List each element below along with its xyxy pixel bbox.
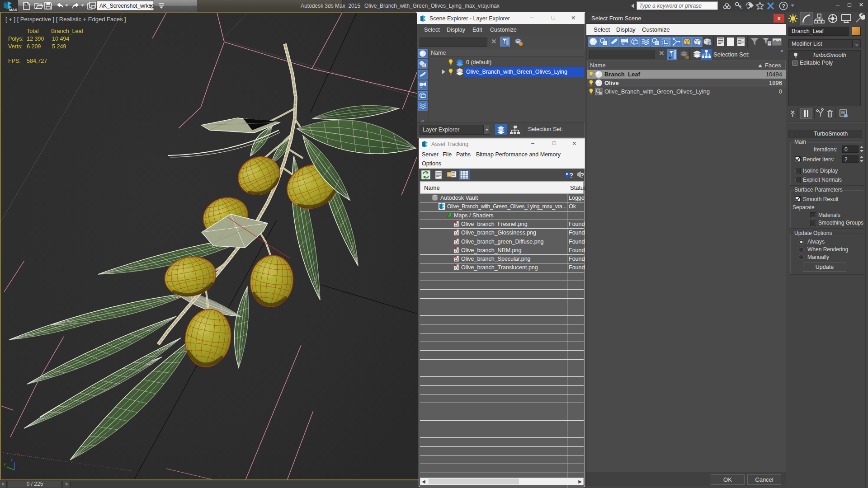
- svg-text:MAX: MAX: [9, 8, 17, 12]
- svg-text:z: z: [11, 457, 13, 462]
- svg-text:?: ?: [782, 3, 785, 9]
- svg-text:x: x: [17, 452, 19, 456]
- svg-text:y: y: [4, 462, 6, 466]
- svg-text:AK_Screenshot_wrksp: AK_Screenshot_wrksp: [99, 3, 155, 9]
- svg-text:?: ?: [569, 171, 573, 179]
